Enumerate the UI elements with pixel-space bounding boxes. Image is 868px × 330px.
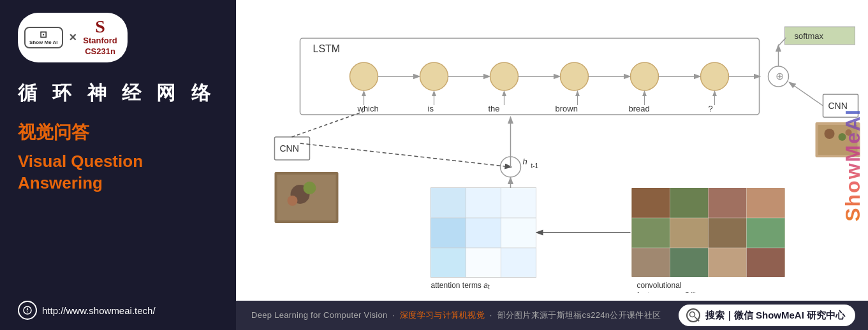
svg-rect-71 — [747, 188, 785, 218]
svg-rect-69 — [670, 188, 709, 218]
svg-point-9 — [631, 62, 659, 90]
svg-text:h: h — [523, 157, 527, 166]
svg-point-5 — [350, 62, 378, 90]
watermark-right: ShowMeAI — [837, 0, 868, 330]
subtitle-en: Visual Question Answering — [18, 151, 218, 194]
svg-text:convolutional: convolutional — [637, 281, 682, 290]
svg-rect-79 — [747, 248, 785, 277]
search-icon — [686, 308, 700, 322]
svg-marker-2 — [27, 310, 29, 313]
website-url: http://www.showmeai.tech/ — [42, 305, 156, 316]
svg-point-93 — [689, 312, 695, 317]
svg-rect-52 — [431, 188, 466, 218]
svg-point-10 — [701, 62, 729, 90]
svg-rect-55 — [431, 218, 466, 248]
svg-text:CNN: CNN — [280, 143, 299, 154]
svg-text:softmax: softmax — [795, 31, 824, 41]
footer-text: Deep Learning for Computer Vision · 深度学习… — [251, 310, 661, 321]
svg-line-50 — [292, 111, 364, 137]
svg-rect-75 — [747, 218, 785, 248]
svg-rect-57 — [501, 218, 536, 248]
stanford-logo: S Stanford CS231n — [83, 18, 117, 57]
website-row: http://www.showmeai.tech/ — [18, 301, 218, 320]
svg-text:bread: bread — [629, 104, 650, 113]
sidebar: ⊡ Show Me AI × S Stanford CS231n 循 环 神 经… — [0, 0, 236, 330]
svg-point-27 — [825, 129, 835, 139]
svg-text:which: which — [357, 104, 379, 113]
stanford-text: Stanford CS231n — [83, 36, 117, 57]
svg-text:t-1: t-1 — [531, 162, 539, 169]
svg-rect-77 — [670, 248, 709, 277]
cross-icon: × — [70, 30, 77, 45]
svg-rect-60 — [501, 248, 536, 277]
content-area: LSTM ⊕ softmax CNN — [236, 0, 868, 330]
svg-line-94 — [695, 317, 697, 319]
showme-logo: ⊡ Show Me AI — [24, 27, 63, 48]
svg-point-7 — [490, 62, 519, 90]
svg-text:attention terms at: attention terms at — [431, 281, 490, 291]
svg-rect-54 — [501, 188, 536, 218]
search-label: 搜索｜微信 ShowMeAI 研究中心 — [705, 310, 845, 322]
svg-text:?: ? — [709, 104, 713, 113]
subtitle-cn: 视觉问答 — [18, 120, 218, 145]
svg-rect-53 — [466, 188, 501, 218]
svg-point-6 — [420, 62, 448, 90]
svg-rect-76 — [632, 248, 670, 277]
svg-point-8 — [561, 62, 589, 90]
svg-text:LSTM: LSTM — [313, 43, 341, 54]
main-title-cn: 循 环 神 经 网 络 — [18, 80, 218, 106]
svg-text:feature maps C(I): feature maps C(I) — [637, 291, 696, 293]
svg-point-92 — [288, 196, 298, 206]
search-badge[interactable]: 搜索｜微信 ShowMeAI 研究中心 — [679, 305, 855, 326]
svg-rect-58 — [431, 248, 466, 277]
svg-line-30 — [790, 83, 823, 106]
stanford-s: S — [95, 18, 105, 36]
showme-label: Show Me AI — [29, 39, 58, 46]
svg-rect-78 — [709, 248, 747, 277]
svg-rect-72 — [632, 218, 670, 248]
svg-point-91 — [304, 182, 316, 194]
svg-marker-1 — [27, 307, 29, 310]
logo-badge: ⊡ Show Me AI × S Stanford CS231n — [18, 13, 128, 62]
svg-rect-70 — [709, 188, 747, 218]
svg-text:brown: brown — [555, 104, 578, 113]
svg-rect-56 — [466, 218, 501, 248]
vqa-diagram: LSTM ⊕ softmax CNN — [236, 0, 868, 293]
svg-line-48 — [300, 143, 511, 167]
svg-text:the: the — [489, 104, 500, 113]
svg-rect-74 — [709, 218, 747, 248]
svg-text:is: is — [428, 104, 434, 113]
watermark-text: ShowMeAI — [841, 108, 865, 222]
svg-rect-59 — [466, 248, 501, 277]
svg-rect-68 — [632, 188, 670, 218]
compass-icon — [18, 301, 37, 320]
monitor-icon: ⊡ — [40, 29, 47, 40]
svg-rect-73 — [670, 218, 709, 248]
svg-text:⊕: ⊕ — [776, 71, 784, 82]
footer: Deep Learning for Computer Vision · 深度学习… — [236, 301, 868, 330]
